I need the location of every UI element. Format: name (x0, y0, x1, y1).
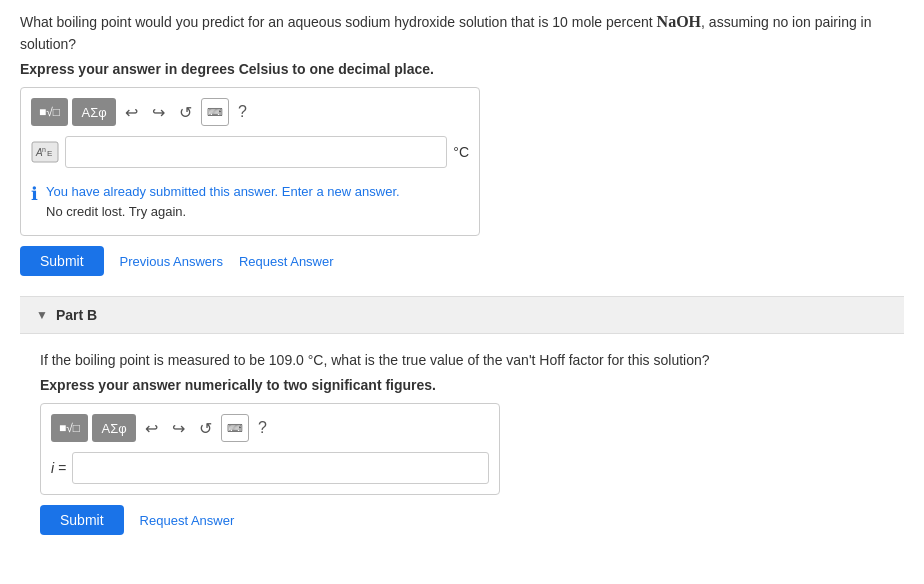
part-b-header: ▼ Part B (20, 296, 904, 334)
unit-label-a: °C (453, 144, 469, 160)
toolbar-part-a: ■√□ ΑΣφ ↩ ↪ ↺ ⌨ ? (31, 98, 469, 126)
svg-text:n: n (42, 146, 46, 153)
part-b-question: If the boiling point is measured to be 1… (40, 350, 884, 371)
naoh-formula: NaOH (657, 13, 701, 30)
formula-button-b[interactable]: ■√□ (51, 414, 88, 442)
answer-input-b[interactable] (72, 452, 489, 484)
keyboard-button-b[interactable]: ⌨ (221, 414, 249, 442)
part-b-text-after: , what is the true value of the van't Ho… (323, 352, 709, 368)
help-button-a[interactable]: ? (233, 98, 252, 126)
request-answer-link-a[interactable]: Request Answer (239, 254, 334, 269)
redo-button-b[interactable]: ↪ (167, 414, 190, 442)
help-button-b[interactable]: ? (253, 414, 272, 442)
input-label-icon-a: A n E (31, 141, 59, 163)
part-b-temp-unit: °C (308, 352, 324, 368)
undo-button-b[interactable]: ↩ (140, 414, 163, 442)
submit-button-a[interactable]: Submit (20, 246, 104, 276)
warning-link-a[interactable]: You have already submitted this answer. … (46, 184, 400, 199)
part-b-content: If the boiling point is measured to be 1… (20, 350, 904, 535)
keyboard-button-a[interactable]: ⌨ (201, 98, 229, 126)
refresh-button-b[interactable]: ↺ (194, 414, 217, 442)
redo-button-a[interactable]: ↪ (147, 98, 170, 126)
refresh-button-a[interactable]: ↺ (174, 98, 197, 126)
undo-button-a[interactable]: ↩ (120, 98, 143, 126)
request-answer-link-b[interactable]: Request Answer (140, 513, 235, 528)
answer-box-part-a: ■√□ ΑΣφ ↩ ↪ ↺ ⌨ ? A n E °C ℹ (20, 87, 480, 236)
part-b-text-before: If the boiling point is measured to be 1… (40, 352, 308, 368)
warning-text-a: You have already submitted this answer. … (46, 182, 400, 221)
part-b-title: Part B (56, 307, 97, 323)
svg-text:E: E (47, 149, 52, 158)
action-row-a: Submit Previous Answers Request Answer (20, 246, 904, 276)
input-row-a: A n E °C (31, 136, 469, 168)
input-row-b: i = (51, 452, 489, 484)
question-text-before: What boiling point would you predict for… (20, 14, 657, 30)
answer-box-part-b: ■√□ ΑΣφ ↩ ↪ ↺ ⌨ ? i = (40, 403, 500, 495)
submit-button-b[interactable]: Submit (40, 505, 124, 535)
part-b-section: ▼ Part B If the boiling point is measure… (20, 296, 904, 535)
warning-box-a: ℹ You have already submitted this answer… (31, 178, 469, 225)
previous-answers-link[interactable]: Previous Answers (120, 254, 223, 269)
formula-icon-a: A n E (31, 141, 59, 163)
warning-sub-a: No credit lost. Try again. (46, 202, 400, 222)
input-label-b: i = (51, 460, 66, 476)
question-instruction: Express your answer in degrees Celsius t… (20, 61, 904, 77)
toolbar-part-b: ■√□ ΑΣφ ↩ ↪ ↺ ⌨ ? (51, 414, 489, 442)
warning-icon-a: ℹ (31, 183, 38, 205)
action-row-b: Submit Request Answer (40, 505, 884, 535)
symbol-button-a[interactable]: ΑΣφ (72, 98, 116, 126)
page-container: What boiling point would you predict for… (0, 0, 924, 545)
answer-input-a[interactable] (65, 136, 447, 168)
symbol-button-b[interactable]: ΑΣφ (92, 414, 136, 442)
collapse-arrow-b[interactable]: ▼ (36, 308, 48, 322)
part-b-instruction: Express your answer numerically to two s… (40, 377, 884, 393)
question-text: What boiling point would you predict for… (20, 10, 904, 55)
formula-button-a[interactable]: ■√□ (31, 98, 68, 126)
